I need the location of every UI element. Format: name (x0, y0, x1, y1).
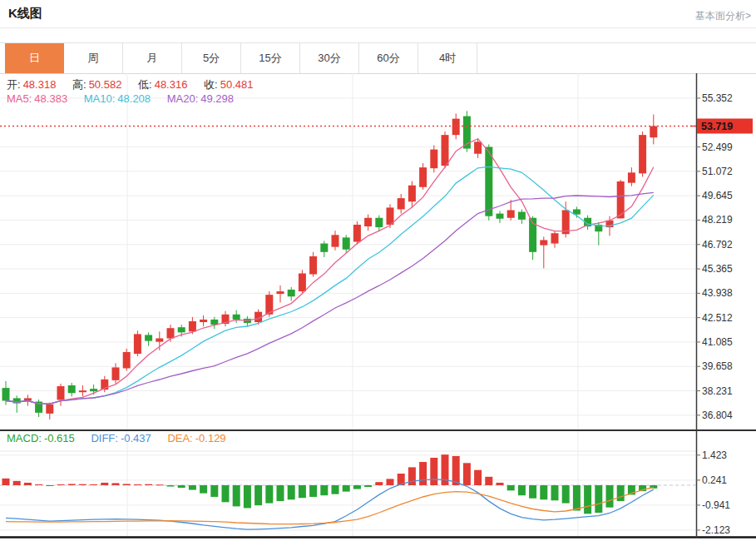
kline-chart: 55.35252.49951.07249.64548.21946.79245.3… (0, 73, 756, 541)
period-tab-bar: 日周月5分15分30分60分4时 (0, 42, 756, 74)
svg-text:45.365: 45.365 (702, 263, 733, 275)
low-value: 48.316 (155, 78, 188, 91)
open-value: 48.318 (23, 78, 57, 91)
ma10-pair: MA10:48.208 (84, 92, 151, 105)
svg-text:48.219: 48.219 (702, 214, 733, 226)
ma5-label: MA5: (7, 92, 32, 105)
svg-text:43.938: 43.938 (702, 287, 733, 299)
ma10-label: MA10: (84, 92, 116, 105)
svg-text:39.658: 39.658 (702, 360, 733, 372)
high-value: 50.582 (89, 78, 122, 91)
close-pair: 收:50.481 (204, 78, 253, 91)
svg-text:41.085: 41.085 (702, 336, 733, 348)
svg-text:46.792: 46.792 (702, 239, 733, 251)
low-label: 低: (138, 78, 152, 91)
diff-value: -0.437 (121, 432, 151, 444)
tab-月[interactable]: 月 (123, 43, 182, 73)
ma20-value: 49.298 (200, 92, 234, 105)
svg-text:42.512: 42.512 (702, 312, 733, 324)
dea-pair: DEA:-0.129 (167, 432, 225, 444)
tab-4时[interactable]: 4时 (418, 43, 477, 73)
tab-日[interactable]: 日 (5, 43, 64, 73)
diff-pair: DIFF:-0.437 (91, 432, 151, 444)
ohlc-legend: 开:48.318 高:50.582 低:48.316 收:50.481 (7, 77, 266, 92)
high-label: 高: (72, 78, 86, 91)
svg-text:1.423: 1.423 (702, 449, 727, 461)
ma5-line (6, 139, 654, 405)
ma5-value: 48.383 (34, 92, 67, 105)
header-divider (0, 27, 756, 28)
macd-value: -0.615 (44, 432, 75, 444)
grid-layer (0, 73, 696, 538)
tab-30分[interactable]: 30分 (300, 43, 359, 73)
open-label: 开: (7, 78, 21, 91)
svg-text:51.072: 51.072 (702, 166, 733, 177)
ma10-line (6, 166, 654, 404)
tab-60分[interactable]: 60分 (359, 43, 418, 73)
current-price-tag: 53.719 (690, 118, 753, 133)
svg-text:53.719: 53.719 (701, 121, 733, 132)
diff-label: DIFF: (91, 432, 118, 444)
svg-text:0.241: 0.241 (702, 474, 727, 486)
dea-label: DEA: (167, 432, 192, 444)
svg-text:-0.941: -0.941 (702, 499, 730, 511)
svg-text:52.499: 52.499 (702, 141, 733, 153)
ma10-value: 48.208 (117, 92, 151, 105)
tab-5分[interactable]: 5分 (182, 43, 241, 73)
dea-value: -0.129 (195, 432, 226, 444)
close-value: 50.481 (220, 78, 254, 91)
high-pair: 高:50.582 (72, 78, 121, 91)
ma20-label: MA20: (167, 92, 199, 105)
tab-周[interactable]: 周 (64, 43, 123, 73)
page-title: K线图 (8, 6, 42, 22)
fundamental-analysis-link[interactable]: 基本面分析> (695, 9, 751, 23)
svg-text:-2.123: -2.123 (702, 524, 730, 536)
macd-label: MACD: (7, 432, 42, 444)
macd-pair: MACD:-0.615 (7, 432, 75, 444)
macd-legend: MACD:-0.615 DIFF:-0.437 DEA:-0.129 (7, 432, 240, 444)
axis-labels: 55.35252.49951.07249.64548.21946.79245.3… (696, 92, 733, 536)
ma-legend: MA5:48.383 MA10:48.208 MA20:49.298 (7, 92, 247, 105)
svg-text:55.352: 55.352 (702, 92, 733, 104)
open-pair: 开:48.318 (7, 78, 56, 91)
svg-text:49.645: 49.645 (702, 190, 733, 201)
kline-page: { "header": { "title": "K线图", "link": "基… (0, 0, 756, 541)
svg-text:36.804: 36.804 (702, 409, 733, 421)
ma20-pair: MA20:49.298 (167, 92, 234, 105)
svg-text:38.231: 38.231 (702, 385, 733, 397)
low-pair: 低:48.316 (138, 78, 187, 91)
candles-layer (2, 111, 658, 419)
ma5-pair: MA5:48.383 (7, 92, 67, 105)
ma20-line (6, 192, 654, 404)
close-label: 收: (204, 78, 218, 91)
tab-15分[interactable]: 15分 (241, 43, 300, 73)
